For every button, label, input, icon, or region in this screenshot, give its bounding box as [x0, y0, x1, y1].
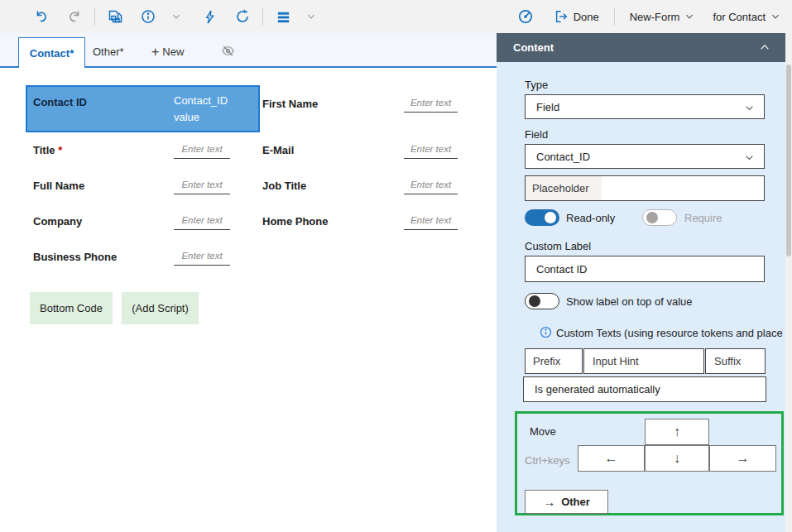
arrow-left-icon: ← [605, 451, 618, 466]
move-down-button[interactable]: ↓ [645, 445, 709, 472]
chevron-down-icon [744, 152, 755, 163]
field-label: Field [525, 128, 548, 141]
require-toggle[interactable] [642, 209, 677, 226]
field-label-email: E-Mail [262, 144, 294, 156]
toolbar-separator [94, 7, 95, 26]
show-label-toggle[interactable] [525, 293, 559, 309]
custom-texts-note: Custom Texts (using resource tokens and … [556, 327, 787, 339]
plus-icon: + [151, 45, 159, 60]
field-label-title: Title * [33, 144, 62, 156]
custom-label-label: Custom Label [525, 240, 591, 252]
done-button[interactable]: Done [547, 4, 606, 29]
chevron-up-icon[interactable] [759, 41, 770, 53]
gauge-icon[interactable] [509, 4, 542, 29]
content-panel-header[interactable]: Content [497, 33, 785, 62]
form-selector-label: New-Form [630, 11, 680, 23]
move-other-label: Other [561, 496, 590, 508]
field-dropdown[interactable]: Contact_ID [525, 144, 765, 169]
form-designer-app: Done New-Form for Contact Contact* Other… [0, 0, 792, 532]
field-input-company[interactable]: Enter text [174, 215, 230, 230]
field-input-email[interactable]: Enter text [404, 144, 458, 159]
top-toolbar: Done New-Form for Contact [0, 0, 792, 33]
selected-field-contact-id[interactable]: Contact ID Contact_ID value [26, 85, 260, 132]
type-dropdown[interactable]: Field [525, 94, 765, 119]
lightning-button[interactable] [193, 4, 226, 29]
list-chevron-down-icon[interactable] [295, 4, 328, 29]
move-up-button[interactable]: ↑ [645, 419, 709, 445]
type-label: Type [525, 79, 548, 91]
arrow-up-icon: ↑ [674, 424, 680, 439]
field-input-business-phone[interactable]: Enter text [174, 251, 230, 266]
read-only-label: Read-only [566, 212, 615, 224]
field-label-home-phone: Home Phone [262, 215, 328, 228]
field-input-full-name[interactable]: Enter text [174, 180, 230, 194]
move-keys-label: Ctrl+keys [525, 454, 570, 467]
input-hint-input[interactable]: Input Hint [583, 348, 704, 374]
entity-selector-dropdown[interactable]: for Contact [706, 4, 787, 29]
toolbar-left-group [0, 4, 328, 29]
move-left-button[interactable]: ← [578, 445, 645, 472]
selected-field-value: Contact_ID value [174, 93, 248, 126]
field-label-company: Company [33, 215, 82, 228]
toolbar-separator [614, 7, 615, 26]
arrow-down-icon: ↓ [674, 451, 680, 466]
hint-value-input[interactable]: Is generated automatically [523, 376, 766, 402]
custom-label-input[interactable]: Contact ID [525, 256, 765, 282]
move-right-button[interactable]: → [709, 445, 776, 472]
field-input-title[interactable]: Enter text [174, 144, 230, 159]
panel-scrollbar-thumb[interactable] [786, 65, 791, 256]
field-input-job-title[interactable]: Enter text [404, 180, 458, 194]
read-only-toggle[interactable] [525, 209, 559, 226]
chevron-down-icon [684, 12, 694, 22]
exit-icon [554, 9, 569, 24]
tab-contact-label: Contact* [30, 47, 74, 60]
field-label-full-name: Full Name [33, 180, 84, 192]
tab-contact[interactable]: Contact* [18, 37, 85, 68]
field-dropdown-value: Contact_ID [536, 151, 590, 163]
placeholder-input-label: Placeholder [526, 176, 602, 200]
field-label-business-phone: Business Phone [33, 251, 117, 263]
prefix-input[interactable]: Prefix [525, 348, 583, 374]
redo-button[interactable] [58, 4, 91, 29]
type-dropdown-value: Field [536, 101, 559, 113]
required-asterisk: * [58, 144, 62, 156]
toolbar-right-group: Done New-Form for Contact [509, 0, 787, 33]
chevron-down-icon [770, 12, 780, 22]
entity-selector-label: for Contact [713, 11, 766, 23]
field-label-job-title: Job Title [262, 180, 306, 192]
selected-field-label: Contact ID [33, 96, 87, 108]
info-icon [540, 326, 552, 338]
info-chevron-down-icon[interactable] [160, 4, 193, 29]
undo-button[interactable] [25, 4, 58, 29]
field-input-home-phone[interactable]: Enter text [404, 215, 458, 230]
tab-new-label: New [162, 46, 184, 58]
field-label-first-name: First Name [262, 98, 318, 110]
form-selector-dropdown[interactable]: New-Form [623, 4, 702, 29]
field-input-first-name[interactable]: Enter text [404, 98, 458, 113]
custom-label-value: Contact ID [536, 263, 587, 276]
require-label: Require [684, 212, 722, 224]
tab-other-label: Other* [93, 46, 124, 58]
tab-other[interactable]: Other* [93, 37, 124, 66]
hint-value: Is generated automatically [535, 383, 660, 395]
chevron-down-icon [744, 103, 755, 113]
move-other-button[interactable]: → Other [525, 490, 608, 514]
arrow-right-icon: → [737, 451, 750, 466]
content-panel: Content Type Field Field Contact_ID Plac… [497, 33, 792, 532]
add-script-button[interactable]: (Add Script) [122, 292, 199, 324]
suffix-input[interactable]: Suffix [705, 348, 766, 374]
panel-title: Content [513, 41, 554, 54]
move-label: Move [530, 425, 556, 438]
tab-new-button[interactable]: + New [151, 37, 184, 66]
bottom-code-button[interactable]: Bottom Code [30, 292, 113, 324]
done-label: Done [574, 11, 599, 23]
show-label-toggle-label: Show label on top of value [566, 295, 693, 308]
refresh-button[interactable] [226, 4, 259, 29]
toolbar-separator [262, 7, 263, 26]
arrow-right-icon: → [543, 495, 555, 509]
eye-off-icon[interactable] [220, 43, 236, 59]
placeholder-input[interactable]: Placeholder [525, 175, 765, 201]
save-all-icon[interactable] [98, 4, 132, 29]
